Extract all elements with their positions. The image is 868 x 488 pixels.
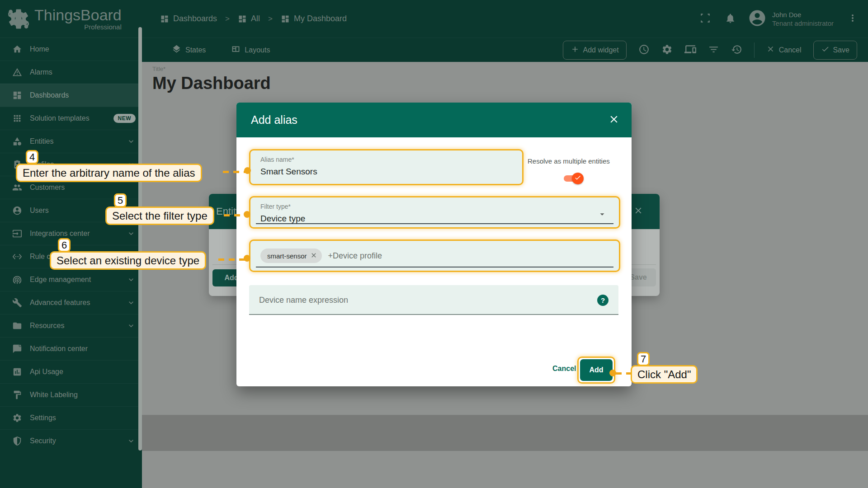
sidebar-item-home[interactable]: Home (0, 38, 142, 61)
modal-add-button[interactable]: Add (580, 359, 613, 381)
chip-remove-icon[interactable] (310, 252, 317, 260)
sidebar-item-notification-center[interactable]: Notification center (0, 337, 142, 360)
fullscreen-button[interactable] (699, 12, 711, 25)
entity-aliases-close-icon[interactable] (633, 206, 643, 217)
fullscreen-icon (699, 12, 711, 25)
top-header-bar: ThingsBoard Professional Dashboards>All>… (0, 0, 868, 38)
plus-icon (571, 45, 580, 56)
close-icon (766, 45, 775, 55)
resources-icon (12, 321, 22, 331)
manage-layouts-button[interactable] (684, 43, 696, 56)
states-button[interactable]: States (172, 44, 206, 56)
sidebar-item-label: Dashboards (30, 91, 69, 99)
filter-type-select[interactable]: Filter type* Device type (249, 196, 620, 229)
sidebar-item-label: Resources (30, 322, 64, 330)
devices-icon (684, 43, 696, 56)
modal-close-button[interactable] (608, 113, 620, 127)
time-window-button[interactable] (638, 44, 650, 56)
resolve-multiple-toggle[interactable] (563, 173, 584, 184)
annotation-connector-6 (218, 258, 245, 261)
check-icon (574, 174, 581, 183)
states-label: States (185, 46, 206, 54)
device-profile-chip[interactable]: smart-sensor (260, 249, 322, 263)
device-name-expression-input[interactable]: Device name expression ? (249, 285, 618, 315)
sidebar-scrollbar[interactable] (138, 27, 142, 450)
sidebar-item-integrations-center[interactable]: Integrations center (0, 222, 142, 245)
toolbar-cancel-button[interactable]: Cancel (766, 45, 802, 55)
modal-cancel-button[interactable]: Cancel (550, 364, 579, 373)
sidebar-item-settings[interactable]: Settings (0, 406, 142, 429)
integrations-icon (12, 229, 22, 239)
settings-icon (12, 413, 22, 423)
sidebar-item-security[interactable]: Security (0, 429, 142, 452)
annotation-dot-4 (244, 167, 251, 174)
version-history-button[interactable] (731, 44, 742, 56)
sidebar-item-solution-templates[interactable]: Solution templatesNEW (0, 107, 142, 130)
toolbar-save-button[interactable]: Save (813, 41, 857, 60)
breadcrumb-item-dashboards[interactable]: Dashboards (160, 14, 217, 23)
breadcrumb-label: Dashboards (173, 14, 217, 23)
annotation-step-badge-4: 4 (26, 150, 38, 164)
sidebar-item-alarms[interactable]: Alarms (0, 61, 142, 84)
gear-icon (661, 44, 673, 56)
notification-center-icon (12, 344, 22, 354)
breadcrumb-separator: > (268, 14, 273, 23)
layouts-button[interactable]: Layouts (231, 44, 270, 56)
alias-name-field[interactable]: Alias name* Smart Sensors (249, 149, 524, 185)
sidebar-item-api-usage[interactable]: Api Usage (0, 360, 142, 383)
sidebar-item-label: Advanced features (30, 299, 90, 307)
avatar[interactable] (748, 9, 767, 29)
breadcrumb-label: All (251, 14, 260, 23)
sidebar-item-dashboards[interactable]: Dashboards (0, 84, 142, 107)
thingsboard-logo[interactable]: ThingsBoard Professional (6, 6, 138, 32)
sidebar-item-label: Settings (30, 414, 56, 422)
device-profile-input[interactable]: smart-sensor +Device profile (249, 239, 620, 272)
alarms-icon (12, 67, 22, 77)
breadcrumb-item-my-dashboard[interactable]: My Dashboard (281, 14, 347, 23)
entity-filter-button[interactable] (708, 44, 719, 56)
sidebar-item-edge-management[interactable]: Edge management (0, 268, 142, 291)
more-vert-icon (847, 13, 858, 25)
states-layers-icon (172, 44, 181, 56)
bell-icon (725, 13, 736, 25)
annotation-step-badge-7: 7 (637, 352, 650, 366)
chevron-down-icon (127, 298, 136, 307)
chevron-down-icon (127, 229, 136, 238)
sidebar-item-advanced-features[interactable]: Advanced features (0, 291, 142, 314)
sidebar-item-entities[interactable]: Entities (0, 130, 142, 153)
sidebar-item-label: Customers (30, 183, 65, 192)
expression-underline (249, 314, 618, 315)
dashboard-settings-button[interactable] (661, 44, 673, 56)
breadcrumb-item-all[interactable]: All (238, 14, 260, 23)
caret-down-icon[interactable] (597, 209, 607, 221)
rule-chains-icon (12, 252, 22, 262)
dashboard-title-field[interactable]: Title* My Dashboard (152, 66, 271, 93)
resolve-multiple-label: Resolve as multiple entities (528, 157, 610, 165)
add-widget-label: Add widget (583, 46, 619, 54)
entities-icon (12, 136, 22, 146)
layouts-label: Layouts (245, 46, 270, 54)
sidebar-item-white-labeling[interactable]: White Labeling (0, 383, 142, 406)
close-icon (608, 113, 620, 127)
chips-underline (256, 267, 613, 267)
toolbar-cancel-label: Cancel (779, 46, 802, 54)
layouts-icon (231, 44, 241, 56)
toggle-thumb-check-icon (572, 173, 584, 184)
chevron-down-icon (127, 321, 136, 330)
sidebar-item-label: Edge management (30, 276, 91, 284)
notifications-bell-button[interactable] (725, 13, 736, 25)
expression-placeholder: Device name expression (259, 296, 348, 305)
alias-name-value: Smart Sensors (260, 167, 317, 177)
sidebar-item-resources[interactable]: Resources (0, 314, 142, 337)
title-field-label: Title* (152, 66, 271, 72)
more-menu-button[interactable] (847, 13, 858, 25)
sidebar-item-label: Alarms (30, 68, 52, 76)
caret-down-icon (597, 213, 607, 221)
sidebar-item-label: Users (30, 206, 49, 215)
annotation-connector-7 (616, 372, 631, 375)
annotation-label-7: Click "Add" (631, 365, 698, 384)
api-usage-icon (12, 367, 22, 377)
help-icon[interactable]: ? (597, 295, 609, 306)
add-widget-button[interactable]: Add widget (563, 41, 627, 60)
sidebar-item-label: Home (30, 45, 49, 53)
